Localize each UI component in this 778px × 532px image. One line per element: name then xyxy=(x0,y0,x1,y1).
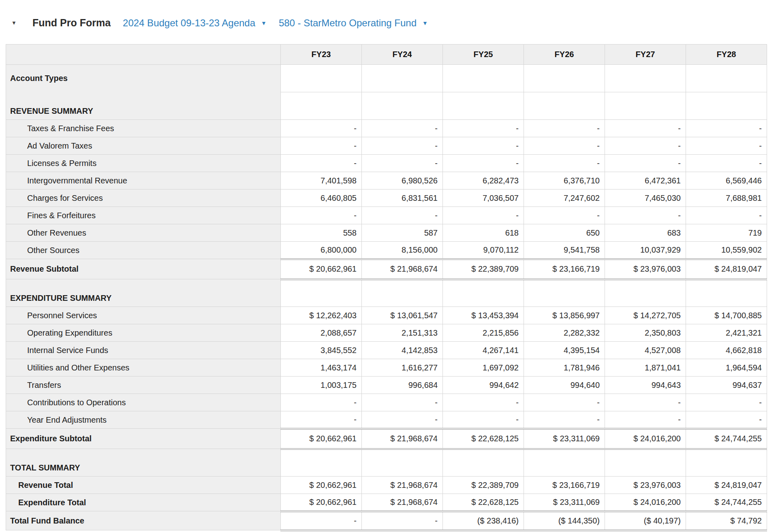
value-cell xyxy=(605,92,686,120)
budget-version-dropdown[interactable]: 2024 Budget 09-13-23 Agenda ▼ xyxy=(123,17,267,29)
value-cell: $ 24,016,200 xyxy=(605,429,686,449)
year-header-row: FY23FY24FY25FY26FY27FY28 xyxy=(6,45,767,65)
table-row-total: Revenue Total$ 20,662,961$ 21,968,674$ 2… xyxy=(6,477,767,494)
value-cell: - xyxy=(605,411,686,429)
value-cell: 4,267,141 xyxy=(443,342,524,359)
row-label: Ad Valorem Taxes xyxy=(6,137,281,155)
row-label: Internal Service Funds xyxy=(6,342,281,359)
value-cell: - xyxy=(362,394,443,411)
value-cell: - xyxy=(524,137,605,155)
value-cell: $ 13,856,997 xyxy=(524,307,605,324)
table-row-section: REVENUE SUMMARY xyxy=(6,92,767,120)
value-cell: 558 xyxy=(281,224,362,242)
page-title: Fund Pro Forma xyxy=(32,17,111,29)
value-cell: $ 23,311,069 xyxy=(524,494,605,511)
value-cell: $ 13,453,394 xyxy=(443,307,524,324)
table-row-detail: Other Sources6,800,0008,156,0009,070,112… xyxy=(6,242,767,259)
table-row-detail: Internal Service Funds3,845,5524,142,853… xyxy=(6,342,767,359)
value-cell xyxy=(362,279,443,307)
value-cell: 2,215,856 xyxy=(443,324,524,342)
value-cell xyxy=(281,449,362,477)
value-cell: 994,640 xyxy=(524,377,605,394)
value-cell: 2,421,321 xyxy=(686,324,767,342)
table-row-detail: Personnel Services$ 12,262,403$ 13,061,5… xyxy=(6,307,767,324)
value-cell: 7,036,507 xyxy=(443,189,524,207)
chevron-down-icon[interactable]: ▼ xyxy=(261,20,267,26)
value-cell: 7,688,981 xyxy=(686,189,767,207)
value-cell: - xyxy=(524,207,605,224)
table-row-detail: Utilities and Other Expenses1,463,1741,6… xyxy=(6,359,767,377)
table-row-section: TOTAL SUMMARY xyxy=(6,449,767,477)
value-cell xyxy=(443,65,524,92)
value-cell: 650 xyxy=(524,224,605,242)
value-cell xyxy=(443,92,524,120)
value-cell xyxy=(362,449,443,477)
year-column-header: FY24 xyxy=(362,45,443,65)
year-column-header: FY28 xyxy=(686,45,767,65)
value-cell: - xyxy=(686,137,767,155)
value-cell: - xyxy=(281,137,362,155)
value-cell xyxy=(443,449,524,477)
value-cell: - xyxy=(686,207,767,224)
value-cell xyxy=(686,65,767,92)
row-label: Intergovernmental Revenue xyxy=(6,172,281,189)
value-cell: $ 24,016,200 xyxy=(605,494,686,511)
fund-dropdown-label[interactable]: 580 - StarMetro Operating Fund xyxy=(279,17,417,29)
table-row-section: Account Types xyxy=(6,65,767,92)
value-cell: 4,527,008 xyxy=(605,342,686,359)
value-cell: 1,964,594 xyxy=(686,359,767,377)
budget-version-dropdown-label[interactable]: 2024 Budget 09-13-23 Agenda xyxy=(123,17,255,29)
table-row-detail: Other Revenues558587618650683719 xyxy=(6,224,767,242)
value-cell: 2,088,657 xyxy=(281,324,362,342)
value-cell: - xyxy=(686,120,767,137)
row-label: Other Sources xyxy=(6,242,281,259)
value-cell: - xyxy=(281,155,362,172)
value-cell: - xyxy=(686,411,767,429)
value-cell: 1,003,175 xyxy=(281,377,362,394)
value-cell: 10,037,929 xyxy=(605,242,686,259)
collapse-caret-icon[interactable]: ▼ xyxy=(11,20,20,26)
value-cell: 1,871,041 xyxy=(605,359,686,377)
row-label: EXPENDITURE SUMMARY xyxy=(6,279,281,307)
chevron-down-icon[interactable]: ▼ xyxy=(422,20,428,26)
value-cell: - xyxy=(524,394,605,411)
value-cell: 6,569,446 xyxy=(686,172,767,189)
value-cell: $ 23,976,003 xyxy=(605,259,686,279)
value-cell: - xyxy=(281,511,362,530)
value-cell: 6,831,561 xyxy=(362,189,443,207)
value-cell: 4,395,154 xyxy=(524,342,605,359)
value-cell: - xyxy=(443,120,524,137)
value-cell: 6,980,526 xyxy=(362,172,443,189)
table-row-detail: Contributions to Operations------ xyxy=(6,394,767,411)
value-cell: ($ 144,350) xyxy=(524,511,605,530)
value-cell: - xyxy=(362,207,443,224)
value-cell: - xyxy=(362,120,443,137)
year-header-row: FY23FY24FY25FY26FY27FY28 xyxy=(6,45,767,65)
value-cell: 8,156,000 xyxy=(362,242,443,259)
row-label: Licenses & Permits xyxy=(6,155,281,172)
fund-dropdown[interactable]: 580 - StarMetro Operating Fund ▼ xyxy=(279,17,428,29)
value-cell: - xyxy=(443,155,524,172)
value-cell: - xyxy=(605,137,686,155)
pro-forma-table: FY23FY24FY25FY26FY27FY28 Account TypesRE… xyxy=(6,44,767,531)
value-cell: 6,472,361 xyxy=(605,172,686,189)
value-cell: 2,282,332 xyxy=(524,324,605,342)
row-label: Total Fund Balance xyxy=(6,511,281,530)
row-label: Year End Adjustments xyxy=(6,411,281,429)
row-label: Expenditure Subtotal xyxy=(6,429,281,449)
value-cell: 2,151,313 xyxy=(362,324,443,342)
value-cell xyxy=(443,279,524,307)
pro-forma-body: Account TypesREVENUE SUMMARYTaxes & Fran… xyxy=(6,65,767,530)
value-cell xyxy=(605,449,686,477)
value-cell: $ 21,968,674 xyxy=(362,494,443,511)
value-cell: 994,643 xyxy=(605,377,686,394)
value-cell: - xyxy=(281,120,362,137)
value-cell xyxy=(605,65,686,92)
row-label: Revenue Total xyxy=(6,477,281,494)
value-cell: - xyxy=(362,511,443,530)
value-cell: - xyxy=(686,394,767,411)
row-label: Transfers xyxy=(6,377,281,394)
value-cell xyxy=(686,449,767,477)
value-cell xyxy=(524,65,605,92)
value-cell: - xyxy=(281,207,362,224)
